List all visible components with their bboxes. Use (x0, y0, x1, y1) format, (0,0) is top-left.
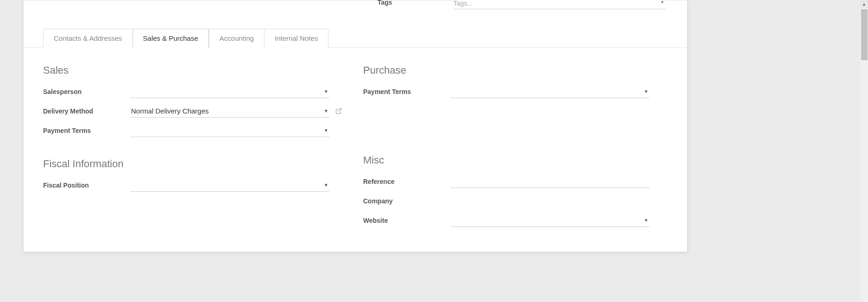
delivery-method-input[interactable] (130, 105, 329, 118)
salesperson-label: Salesperson (43, 88, 130, 95)
website-row: Website ▼ (363, 214, 665, 227)
right-column: Purchase Payment Terms ▼ Misc Reference (363, 64, 665, 233)
company-row: Company (363, 194, 665, 208)
salesperson-input[interactable] (130, 85, 329, 98)
website-field[interactable]: ▼ (450, 214, 649, 227)
reference-input[interactable] (450, 175, 649, 188)
tab-accounting[interactable]: Accounting (209, 29, 264, 48)
tab-content: Sales Salesperson ▼ Delivery Method ▼ (24, 48, 687, 252)
misc-section-title: Misc (363, 154, 665, 166)
left-column: Sales Salesperson ▼ Delivery Method ▼ (43, 64, 345, 233)
tags-label: Tags (377, 0, 392, 6)
fiscal-position-row: Fiscal Position ▼ (43, 178, 345, 192)
fiscal-position-field[interactable]: ▼ (130, 179, 329, 192)
company-label: Company (363, 197, 450, 205)
scroll-arrow-up-icon[interactable]: ▲ (860, 0, 868, 8)
website-input[interactable] (450, 214, 649, 227)
sales-payment-terms-input[interactable] (130, 124, 329, 137)
sales-section-title: Sales (43, 64, 345, 76)
tags-input[interactable] (453, 0, 666, 9)
purchase-payment-terms-row: Payment Terms ▼ (363, 85, 665, 99)
sales-payment-terms-field[interactable]: ▼ (130, 124, 329, 137)
website-label: Website (363, 217, 450, 224)
sales-payment-terms-row: Payment Terms ▼ (43, 124, 345, 138)
salesperson-field[interactable]: ▼ (130, 85, 329, 98)
fiscal-position-label: Fiscal Position (43, 182, 130, 189)
sales-payment-terms-label: Payment Terms (43, 127, 130, 134)
tab-contacts-addresses[interactable]: Contacts & Addresses (43, 29, 133, 48)
purchase-payment-terms-input[interactable] (450, 85, 649, 98)
fiscal-section-title: Fiscal Information (43, 158, 345, 170)
reference-row: Reference (363, 175, 665, 189)
tags-field[interactable]: ▼ (453, 0, 666, 9)
delivery-method-row: Delivery Method ▼ (43, 104, 345, 118)
purchase-section-title: Purchase (363, 64, 665, 76)
fiscal-position-input[interactable] (130, 179, 329, 192)
tab-bar: Contacts & Addresses Sales & Purchase Ac… (24, 28, 687, 48)
external-link-icon[interactable] (335, 107, 342, 115)
tab-internal-notes[interactable]: Internal Notes (264, 29, 328, 48)
delivery-method-label: Delivery Method (43, 107, 130, 115)
purchase-payment-terms-label: Payment Terms (363, 88, 450, 95)
salesperson-row: Salesperson ▼ (43, 85, 345, 99)
purchase-payment-terms-field[interactable]: ▼ (450, 85, 649, 98)
scrollbar-thumb[interactable] (861, 9, 868, 60)
form-sheet: Tags ▼ Contacts & Addresses Sales & Purc… (23, 0, 687, 252)
tab-sales-purchase[interactable]: Sales & Purchase (132, 29, 209, 48)
reference-label: Reference (363, 178, 450, 185)
viewport: Tags ▼ Contacts & Addresses Sales & Purc… (0, 0, 868, 302)
scrollbar-track[interactable]: ▲ (860, 0, 868, 302)
top-region: Tags ▼ (24, 0, 687, 11)
delivery-method-field[interactable]: ▼ (130, 105, 329, 118)
reference-field[interactable] (450, 175, 649, 188)
